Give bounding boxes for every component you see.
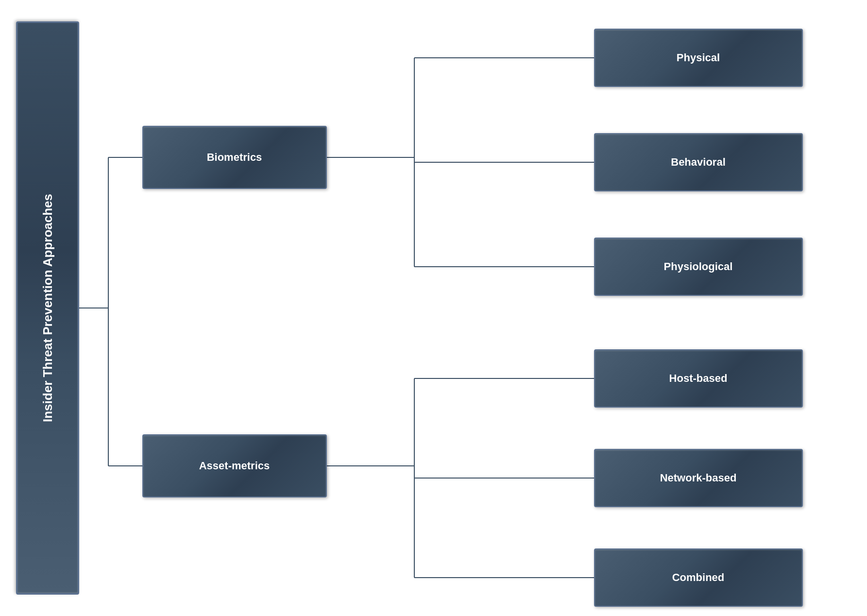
hostbased-label: Host-based — [669, 372, 728, 385]
behavioral-label: Behavioral — [671, 156, 726, 169]
physical-label: Physical — [677, 51, 720, 64]
hostbased-box: Host-based — [594, 349, 803, 408]
physical-box: Physical — [594, 29, 803, 87]
physiological-box: Physiological — [594, 238, 803, 296]
physiological-label: Physiological — [664, 260, 733, 273]
biometrics-label: Biometrics — [207, 151, 262, 164]
root-label: Insider Threat Prevention Approaches — [40, 194, 55, 422]
combined-box: Combined — [594, 548, 803, 607]
assetmetrics-label: Asset-metrics — [199, 460, 270, 472]
connector-lines — [11, 12, 856, 604]
root-box: Insider Threat Prevention Approaches — [16, 21, 79, 595]
diagram-container: Insider Threat Prevention Approaches Bio… — [11, 12, 856, 604]
biometrics-box: Biometrics — [142, 126, 327, 189]
assetmetrics-box: Asset-metrics — [142, 434, 327, 497]
combined-label: Combined — [672, 571, 725, 584]
networkbased-box: Network-based — [594, 449, 803, 507]
networkbased-label: Network-based — [660, 472, 737, 484]
behavioral-box: Behavioral — [594, 133, 803, 191]
